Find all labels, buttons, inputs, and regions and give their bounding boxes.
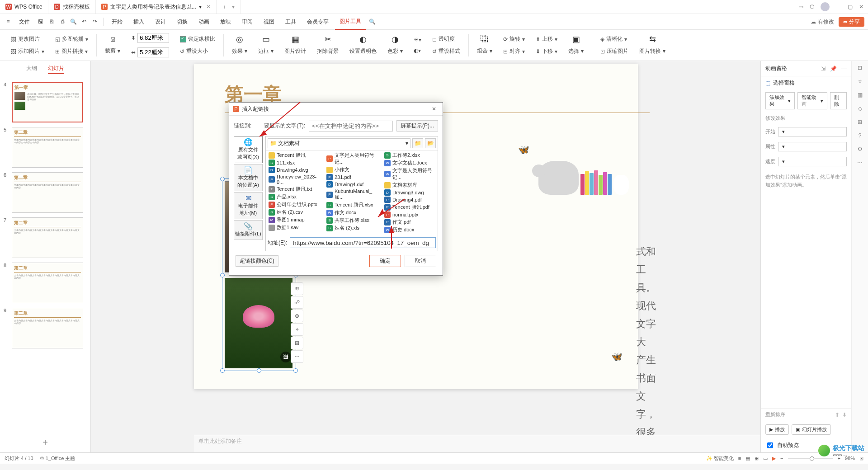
reorder-up[interactable]: ⬆ (835, 412, 840, 418)
file-item[interactable]: Pnormal.pptx (382, 211, 438, 218)
layers-icon[interactable]: ≋ (291, 282, 303, 295)
share-button[interactable]: ➦ 分享 (839, 17, 864, 27)
file-item[interactable]: PKubuntuManual_加... (325, 188, 382, 201)
tab-start[interactable]: 开始 (107, 14, 127, 29)
close-pane-icon[interactable]: — (841, 66, 847, 72)
file-item[interactable]: S共享工作簿.xlsx (325, 216, 382, 224)
tool-star-icon[interactable]: ☆ (858, 78, 863, 85)
notes-area[interactable]: 单击此处添加备注 (194, 435, 760, 452)
height-input[interactable]: ⬌ (128, 46, 172, 59)
linkto-file-web[interactable]: 🌐原有文件或网页(X) (234, 136, 263, 163)
pending-changes[interactable]: ☁ 有修改 (811, 18, 834, 26)
cube-icon[interactable]: ⬡ (810, 4, 814, 10)
attr-select[interactable]: ▾ (778, 142, 847, 151)
browse-button[interactable]: 📂 (425, 138, 436, 148)
file-item[interactable]: DDrawing4.dxf (325, 181, 382, 188)
ok-button[interactable]: 确定 (369, 255, 401, 267)
grid-icon[interactable]: ⊞ (291, 337, 303, 349)
thumb-9[interactable]: 第二章文本内容文本内容文本内容文本内容文本内容文本内容文本内容文本内容 (12, 308, 83, 348)
thumb-8[interactable]: 第二章文本内容文本内容文本内容文本内容文本内容文本内容文本内容文本内容 (12, 263, 83, 303)
export-icon[interactable]: ⎘ (47, 17, 56, 26)
search-icon[interactable]: 🔍 (368, 17, 377, 26)
dialog-close-icon[interactable]: ✕ (429, 106, 439, 112)
pic-join-button[interactable]: ⊞ 图片拼接 ▾ (52, 46, 91, 56)
linkto-email[interactable]: ✉电子邮件地址(M) (234, 192, 263, 219)
sharpen-button[interactable]: ◈ 清晰化▾ (598, 34, 631, 44)
slideshow-button[interactable]: ▣ 幻灯片播放 (792, 424, 831, 435)
tool-1-icon[interactable]: ⊡ (858, 65, 862, 71)
compress-button[interactable]: ⊡ 压缩图片 (598, 46, 631, 56)
menu-icon[interactable]: ≡ (4, 17, 13, 26)
screen-tip-button[interactable]: 屏幕提示(P)... (396, 120, 438, 132)
zoom-slider[interactable] (788, 458, 833, 459)
tab-slideshow[interactable]: 放映 (216, 14, 236, 29)
display-text-input[interactable] (309, 121, 393, 132)
play-button[interactable]: ▶ 播放 (765, 424, 789, 435)
set-transparent-button[interactable]: 设置透明色 (347, 46, 379, 56)
remove-bg-button[interactable]: 抠除背景 (314, 46, 341, 56)
file-item[interactable]: S姓名 (2).csv (267, 208, 325, 216)
move-up-button[interactable]: ⬆ 上移▾ (533, 34, 560, 44)
view-notes-icon[interactable]: ▤ (745, 456, 750, 461)
file-item[interactable]: S111.xlsx (267, 159, 325, 166)
file-item[interactable]: PDrawing4.pdf (382, 196, 438, 203)
start-select[interactable]: ▾ (778, 127, 847, 136)
file-item[interactable]: DDrawing4.dwg (267, 166, 325, 174)
compass-icon[interactable]: ⌖ (291, 323, 303, 336)
select-pane-button[interactable]: 选择窗格 (773, 79, 795, 87)
width-input[interactable]: ⬍ (128, 32, 172, 44)
maximize-icon[interactable]: ▢ (848, 4, 853, 10)
file-item[interactable]: TTencent 腾讯.txt (267, 185, 325, 193)
add-effect-button[interactable]: 添加效果 ▾ (765, 92, 795, 109)
print-icon[interactable]: ⎙ (58, 17, 67, 26)
file-item[interactable]: W文字文稿1.docx (382, 159, 438, 167)
file-item[interactable]: P公司年会组织.pptx (267, 201, 325, 208)
slide-body-text[interactable]: 式和工具。现代文字大产生书面文字，很多小了国家和民族的书面表的文明社会。赵依依文… (636, 243, 656, 452)
tool-help-icon[interactable]: ? (859, 132, 862, 139)
tab-tools[interactable]: 工具 (281, 14, 301, 29)
file-item[interactable]: 文档素材库 (382, 181, 438, 189)
reorder-down[interactable]: ⬇ (842, 412, 847, 418)
reset-size-button[interactable]: ↺ 重设大小 (177, 46, 218, 56)
view-sorter-icon[interactable]: ⊞ (755, 456, 759, 461)
view-slideshow-icon[interactable]: ▶ (772, 456, 776, 461)
folder-combo[interactable]: 📁 文档素材▾ (268, 138, 410, 148)
auto-preview-check[interactable] (767, 442, 773, 448)
more-icon[interactable]: ⋯ (291, 350, 303, 363)
file-item[interactable]: 数据1.sav (267, 224, 325, 231)
file-item[interactable]: DDrawing3.dwg (382, 189, 438, 196)
group-button[interactable]: 组合▾ (474, 46, 495, 56)
options-icon[interactable]: ⇲ (821, 66, 826, 72)
slides-tab[interactable]: 幻灯片 (48, 65, 64, 74)
link-color-button[interactable]: 超链接颜色(C) (236, 255, 278, 267)
zoom-out-icon[interactable]: − (780, 456, 783, 461)
chevron-down-icon[interactable]: ▾ (232, 4, 235, 10)
thumb-6[interactable]: 第二章文本内容文本内容文本内容文本内容文本内容文本内容文本内容文本内容 (12, 172, 83, 213)
file-item[interactable]: S工作簿2.xlsx (382, 151, 438, 159)
file-item[interactable]: PHoneyview_2023-0... (267, 174, 325, 185)
file-item[interactable]: M导图1.mmap (267, 216, 325, 224)
thumb-5[interactable]: 第二章文本内容文本内容文本内容文本内容文本内容文本内容文本内容文本内容文本内容文… (12, 127, 83, 168)
avatar-icon[interactable] (821, 2, 830, 11)
file-item[interactable]: P作文.pdf (382, 218, 438, 226)
redo-icon[interactable]: ↷ (90, 17, 99, 26)
cancel-button[interactable]: 取消 (405, 255, 436, 267)
align-button[interactable]: ⊟ 对齐▾ (500, 46, 528, 56)
book-icon[interactable]: ▭ (798, 4, 803, 10)
effect-button[interactable]: 效果▾ (229, 46, 250, 56)
thumbnail-list[interactable]: 4 第一章 式和工具。现代文字大产生书面文字，很多小了国家和民族的书面表的文明社… (0, 78, 90, 433)
brightness-button[interactable]: ☀▾ (411, 35, 424, 44)
close-icon[interactable]: ✕ (859, 4, 863, 10)
linkto-attachment[interactable]: 📎链接附件(L) (234, 220, 263, 240)
file-item[interactable]: W文字是人类用符号记... (382, 167, 438, 181)
speed-select[interactable]: ▾ (778, 157, 847, 166)
tool-animation-icon[interactable]: ⚙ (858, 146, 863, 152)
file-item[interactable]: P231.pdf (325, 174, 382, 181)
file-item[interactable]: S产品.xlsx (267, 193, 325, 201)
tab-member[interactable]: 会员专享 (302, 14, 333, 29)
contrast-button[interactable]: ◐▾ (411, 46, 424, 55)
crop-button[interactable]: 裁剪 ▾ (102, 46, 123, 56)
transparency-button[interactable]: ◻ 透明度 (429, 34, 463, 44)
preview-icon[interactable]: 🔍 (69, 17, 78, 26)
theme-indicator[interactable]: ♔ 1_Office 主题 (40, 455, 75, 462)
